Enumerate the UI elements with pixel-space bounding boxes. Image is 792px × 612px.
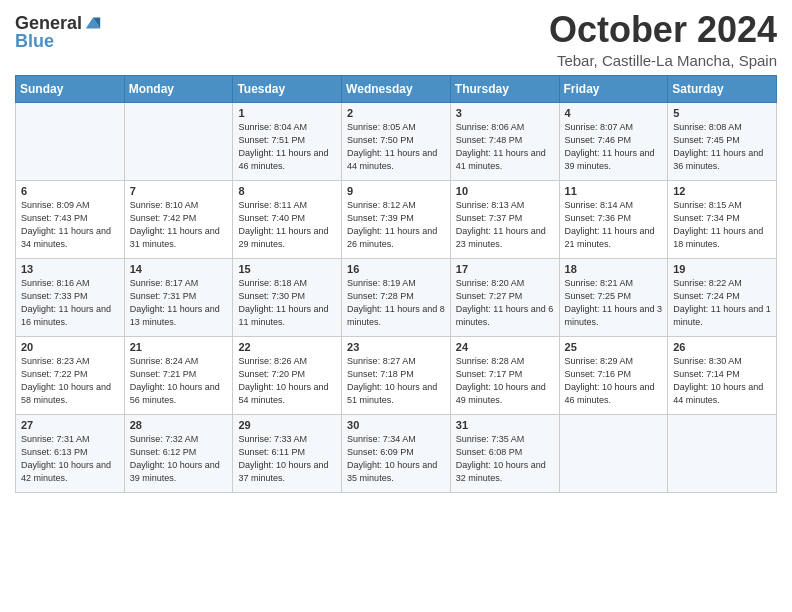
day-number: 16 bbox=[347, 263, 445, 275]
day-info: Sunrise: 7:32 AM Sunset: 6:12 PM Dayligh… bbox=[130, 434, 220, 483]
week-row-3: 13Sunrise: 8:16 AM Sunset: 7:33 PM Dayli… bbox=[16, 258, 777, 336]
calendar-cell: 13Sunrise: 8:16 AM Sunset: 7:33 PM Dayli… bbox=[16, 258, 125, 336]
day-info: Sunrise: 8:11 AM Sunset: 7:40 PM Dayligh… bbox=[238, 200, 328, 249]
header-day-saturday: Saturday bbox=[668, 75, 777, 102]
calendar-cell: 1Sunrise: 8:04 AM Sunset: 7:51 PM Daylig… bbox=[233, 102, 342, 180]
day-number: 27 bbox=[21, 419, 119, 431]
day-info: Sunrise: 8:27 AM Sunset: 7:18 PM Dayligh… bbox=[347, 356, 437, 405]
day-info: Sunrise: 7:34 AM Sunset: 6:09 PM Dayligh… bbox=[347, 434, 437, 483]
calendar-cell: 20Sunrise: 8:23 AM Sunset: 7:22 PM Dayli… bbox=[16, 336, 125, 414]
calendar-cell: 2Sunrise: 8:05 AM Sunset: 7:50 PM Daylig… bbox=[342, 102, 451, 180]
day-number: 5 bbox=[673, 107, 771, 119]
calendar-cell: 28Sunrise: 7:32 AM Sunset: 6:12 PM Dayli… bbox=[124, 414, 233, 492]
day-number: 26 bbox=[673, 341, 771, 353]
day-info: Sunrise: 8:10 AM Sunset: 7:42 PM Dayligh… bbox=[130, 200, 220, 249]
location-title: Tebar, Castille-La Mancha, Spain bbox=[549, 52, 777, 69]
day-info: Sunrise: 8:13 AM Sunset: 7:37 PM Dayligh… bbox=[456, 200, 546, 249]
day-info: Sunrise: 8:20 AM Sunset: 7:27 PM Dayligh… bbox=[456, 278, 554, 327]
calendar-body: 1Sunrise: 8:04 AM Sunset: 7:51 PM Daylig… bbox=[16, 102, 777, 492]
calendar-cell: 25Sunrise: 8:29 AM Sunset: 7:16 PM Dayli… bbox=[559, 336, 668, 414]
day-info: Sunrise: 8:26 AM Sunset: 7:20 PM Dayligh… bbox=[238, 356, 328, 405]
day-info: Sunrise: 7:33 AM Sunset: 6:11 PM Dayligh… bbox=[238, 434, 328, 483]
day-info: Sunrise: 8:12 AM Sunset: 7:39 PM Dayligh… bbox=[347, 200, 437, 249]
calendar-cell: 6Sunrise: 8:09 AM Sunset: 7:43 PM Daylig… bbox=[16, 180, 125, 258]
calendar-cell: 30Sunrise: 7:34 AM Sunset: 6:09 PM Dayli… bbox=[342, 414, 451, 492]
calendar-cell: 11Sunrise: 8:14 AM Sunset: 7:36 PM Dayli… bbox=[559, 180, 668, 258]
logo-blue: Blue bbox=[15, 32, 54, 50]
calendar-cell: 29Sunrise: 7:33 AM Sunset: 6:11 PM Dayli… bbox=[233, 414, 342, 492]
calendar-cell: 24Sunrise: 8:28 AM Sunset: 7:17 PM Dayli… bbox=[450, 336, 559, 414]
day-info: Sunrise: 8:30 AM Sunset: 7:14 PM Dayligh… bbox=[673, 356, 763, 405]
day-info: Sunrise: 8:06 AM Sunset: 7:48 PM Dayligh… bbox=[456, 122, 546, 171]
week-row-4: 20Sunrise: 8:23 AM Sunset: 7:22 PM Dayli… bbox=[16, 336, 777, 414]
month-title: October 2024 bbox=[549, 10, 777, 50]
day-info: Sunrise: 8:04 AM Sunset: 7:51 PM Dayligh… bbox=[238, 122, 328, 171]
day-info: Sunrise: 8:16 AM Sunset: 7:33 PM Dayligh… bbox=[21, 278, 111, 327]
day-number: 11 bbox=[565, 185, 663, 197]
header-row: SundayMondayTuesdayWednesdayThursdayFrid… bbox=[16, 75, 777, 102]
calendar-table: SundayMondayTuesdayWednesdayThursdayFrid… bbox=[15, 75, 777, 493]
day-number: 13 bbox=[21, 263, 119, 275]
calendar-cell: 15Sunrise: 8:18 AM Sunset: 7:30 PM Dayli… bbox=[233, 258, 342, 336]
day-number: 30 bbox=[347, 419, 445, 431]
day-info: Sunrise: 8:24 AM Sunset: 7:21 PM Dayligh… bbox=[130, 356, 220, 405]
day-info: Sunrise: 8:14 AM Sunset: 7:36 PM Dayligh… bbox=[565, 200, 655, 249]
calendar-cell bbox=[559, 414, 668, 492]
day-number: 19 bbox=[673, 263, 771, 275]
calendar-cell bbox=[668, 414, 777, 492]
day-number: 10 bbox=[456, 185, 554, 197]
calendar-cell: 18Sunrise: 8:21 AM Sunset: 7:25 PM Dayli… bbox=[559, 258, 668, 336]
day-number: 18 bbox=[565, 263, 663, 275]
day-info: Sunrise: 8:28 AM Sunset: 7:17 PM Dayligh… bbox=[456, 356, 546, 405]
calendar-cell: 12Sunrise: 8:15 AM Sunset: 7:34 PM Dayli… bbox=[668, 180, 777, 258]
day-info: Sunrise: 8:23 AM Sunset: 7:22 PM Dayligh… bbox=[21, 356, 111, 405]
calendar-cell: 16Sunrise: 8:19 AM Sunset: 7:28 PM Dayli… bbox=[342, 258, 451, 336]
day-number: 28 bbox=[130, 419, 228, 431]
day-number: 6 bbox=[21, 185, 119, 197]
logo-general: General bbox=[15, 14, 82, 32]
day-info: Sunrise: 8:17 AM Sunset: 7:31 PM Dayligh… bbox=[130, 278, 220, 327]
day-info: Sunrise: 8:21 AM Sunset: 7:25 PM Dayligh… bbox=[565, 278, 663, 327]
day-info: Sunrise: 8:09 AM Sunset: 7:43 PM Dayligh… bbox=[21, 200, 111, 249]
day-info: Sunrise: 7:35 AM Sunset: 6:08 PM Dayligh… bbox=[456, 434, 546, 483]
header-day-friday: Friday bbox=[559, 75, 668, 102]
day-number: 22 bbox=[238, 341, 336, 353]
calendar-header: SundayMondayTuesdayWednesdayThursdayFrid… bbox=[16, 75, 777, 102]
day-info: Sunrise: 8:22 AM Sunset: 7:24 PM Dayligh… bbox=[673, 278, 771, 327]
day-number: 9 bbox=[347, 185, 445, 197]
day-number: 24 bbox=[456, 341, 554, 353]
calendar-cell: 9Sunrise: 8:12 AM Sunset: 7:39 PM Daylig… bbox=[342, 180, 451, 258]
calendar-cell: 23Sunrise: 8:27 AM Sunset: 7:18 PM Dayli… bbox=[342, 336, 451, 414]
day-number: 2 bbox=[347, 107, 445, 119]
calendar-cell: 22Sunrise: 8:26 AM Sunset: 7:20 PM Dayli… bbox=[233, 336, 342, 414]
day-number: 14 bbox=[130, 263, 228, 275]
day-number: 8 bbox=[238, 185, 336, 197]
logo-icon bbox=[84, 14, 102, 32]
day-number: 17 bbox=[456, 263, 554, 275]
header-day-tuesday: Tuesday bbox=[233, 75, 342, 102]
calendar-cell: 17Sunrise: 8:20 AM Sunset: 7:27 PM Dayli… bbox=[450, 258, 559, 336]
day-number: 4 bbox=[565, 107, 663, 119]
calendar-cell: 31Sunrise: 7:35 AM Sunset: 6:08 PM Dayli… bbox=[450, 414, 559, 492]
day-number: 12 bbox=[673, 185, 771, 197]
day-number: 3 bbox=[456, 107, 554, 119]
header-day-sunday: Sunday bbox=[16, 75, 125, 102]
calendar-cell: 26Sunrise: 8:30 AM Sunset: 7:14 PM Dayli… bbox=[668, 336, 777, 414]
calendar-cell: 8Sunrise: 8:11 AM Sunset: 7:40 PM Daylig… bbox=[233, 180, 342, 258]
calendar-cell: 21Sunrise: 8:24 AM Sunset: 7:21 PM Dayli… bbox=[124, 336, 233, 414]
page-header: General Blue October 2024 Tebar, Castill… bbox=[15, 10, 777, 69]
day-info: Sunrise: 8:15 AM Sunset: 7:34 PM Dayligh… bbox=[673, 200, 763, 249]
calendar-cell bbox=[124, 102, 233, 180]
day-info: Sunrise: 8:19 AM Sunset: 7:28 PM Dayligh… bbox=[347, 278, 445, 327]
calendar-cell: 10Sunrise: 8:13 AM Sunset: 7:37 PM Dayli… bbox=[450, 180, 559, 258]
day-number: 21 bbox=[130, 341, 228, 353]
day-number: 29 bbox=[238, 419, 336, 431]
day-info: Sunrise: 8:07 AM Sunset: 7:46 PM Dayligh… bbox=[565, 122, 655, 171]
calendar-cell: 7Sunrise: 8:10 AM Sunset: 7:42 PM Daylig… bbox=[124, 180, 233, 258]
day-number: 31 bbox=[456, 419, 554, 431]
title-block: October 2024 Tebar, Castille-La Mancha, … bbox=[549, 10, 777, 69]
calendar-cell: 3Sunrise: 8:06 AM Sunset: 7:48 PM Daylig… bbox=[450, 102, 559, 180]
week-row-5: 27Sunrise: 7:31 AM Sunset: 6:13 PM Dayli… bbox=[16, 414, 777, 492]
day-number: 23 bbox=[347, 341, 445, 353]
day-info: Sunrise: 8:29 AM Sunset: 7:16 PM Dayligh… bbox=[565, 356, 655, 405]
